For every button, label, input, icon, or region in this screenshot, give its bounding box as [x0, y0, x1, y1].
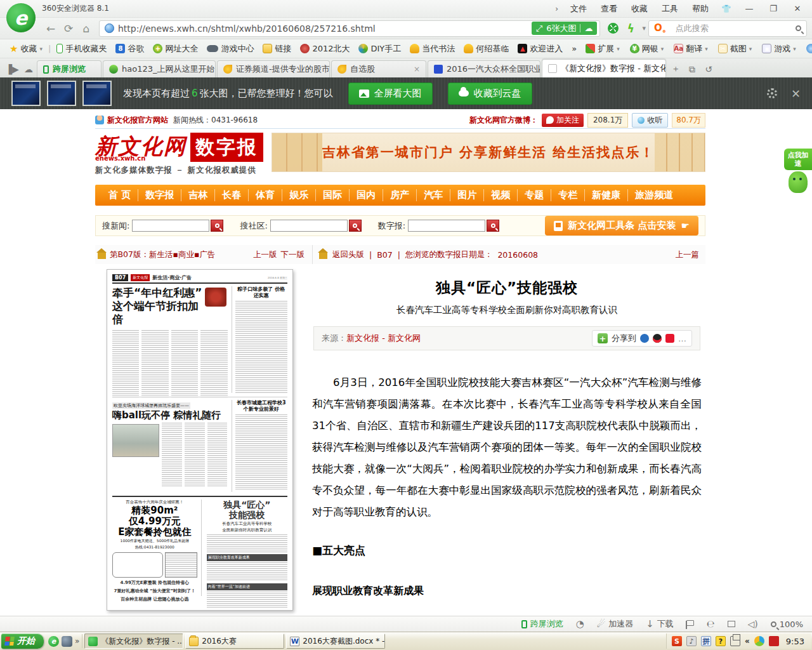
browser-quicklaunch-icon[interactable]: e — [48, 636, 59, 647]
site-logo[interactable]: 新文化网 enews.xwh.cn 数字报 新文化多媒体数字报 － 新文化报权威… — [95, 133, 265, 176]
ie-mode-icon[interactable]: ℮ — [707, 618, 715, 630]
360-wheel-icon[interactable] — [604, 20, 622, 37]
speed-boost-bubble[interactable]: 点我加速 — [784, 149, 812, 170]
back-to-front-link[interactable]: 返回头版 — [332, 249, 364, 260]
tab-close-icon[interactable]: × — [414, 65, 420, 74]
search-icon[interactable] — [796, 25, 801, 31]
nav-auto[interactable]: 汽车 — [417, 189, 450, 201]
url-field[interactable]: http://enews.xwh.cn/shtml/xwhb/20160608/… — [99, 20, 600, 37]
big-images-badge[interactable]: ⤢ 6张大图 ☁ — [532, 22, 598, 35]
search-input[interactable]: O。 点此搜索 — [648, 20, 807, 37]
favorites-menu[interactable]: ★收藏▾ — [5, 43, 47, 55]
bookmark-mobile[interactable]: 手机收藏夹 — [52, 43, 111, 55]
share-plus-icon[interactable]: + — [598, 333, 608, 343]
search-bbs-input[interactable] — [270, 220, 348, 232]
nav-home[interactable]: 首 页 — [102, 189, 138, 201]
nav-topics[interactable]: 专题 — [518, 189, 551, 201]
speed-test-icon[interactable]: ◔ — [576, 618, 584, 630]
menu-file[interactable]: 文件 — [565, 1, 593, 17]
speaker-icon[interactable]: ◁) — [748, 619, 758, 629]
nav-jilin[interactable]: 吉林 — [181, 189, 215, 201]
page-number[interactable]: B07 — [377, 250, 392, 260]
nav-digital-paper[interactable]: 数字报 — [138, 189, 181, 201]
tray-collapse-icon[interactable]: « — [745, 637, 750, 646]
mascot-icon[interactable] — [789, 171, 808, 193]
speed-boost-widget[interactable]: 点我加速 — [784, 149, 812, 193]
back-icon[interactable]: ← — [42, 20, 60, 37]
refresh-icon[interactable]: ⟳ — [60, 20, 77, 37]
bookmark-diy[interactable]: DIY手工 — [354, 43, 405, 55]
photo-thumbnail-1[interactable] — [11, 81, 41, 106]
task-browser-window[interactable]: 《新文化报》数字报 - ... — [84, 633, 183, 649]
weibo-share-icon[interactable] — [665, 334, 674, 343]
bookmarks-overflow[interactable]: » — [567, 44, 581, 53]
tab-hao123[interactable]: hao123_上网从这里开始× — [103, 60, 216, 77]
chevron-down-icon[interactable]: ▾ — [639, 24, 648, 32]
nav-realestate[interactable]: 房产 — [383, 189, 417, 201]
toolbar-login-manager[interactable]: 登录管家 — [802, 43, 812, 55]
settings-gear-icon[interactable] — [767, 88, 777, 98]
bookmark-google[interactable]: 8谷歌 — [111, 43, 148, 55]
site-official-label[interactable]: 新文化报官方网站 — [107, 115, 168, 126]
restore-tabs-icon[interactable]: ⧉ — [684, 61, 700, 77]
toolbar-translate[interactable]: Aa翻译▾ — [669, 43, 712, 55]
photo-thumbnail-3[interactable] — [82, 81, 112, 106]
nav-international[interactable]: 国际 — [316, 189, 350, 201]
photo-thumbnail-2[interactable] — [47, 81, 76, 106]
next-page-link[interactable]: 下一版 — [281, 249, 313, 260]
banner-ad[interactable]: 吉林省第一城市门户 分享新鲜生活 给生活找点乐！ — [272, 133, 705, 172]
new-tab-button[interactable]: ＋ — [667, 61, 684, 77]
close-photobar-icon[interactable]: ✕ — [791, 87, 801, 100]
view-fullscreen-images-button[interactable]: 全屏看大图 — [348, 83, 433, 105]
undo-close-icon[interactable]: ↺ — [700, 61, 717, 77]
prev-article-link[interactable]: 上一篇 — [676, 249, 706, 260]
breadcrumb[interactable]: 第B07版：新生活▪商业▪广告 — [110, 249, 215, 260]
share-more-icon[interactable]: … — [678, 334, 686, 343]
menu-tools[interactable]: 工具 — [656, 1, 684, 17]
task-folder-window[interactable]: 2016大赛 — [185, 633, 284, 649]
bookmark-heshaoji[interactable]: 何绍基临 — [459, 43, 513, 55]
nav-travel[interactable]: 旅游频道 — [628, 189, 680, 201]
zoom-control[interactable]: 100% — [771, 620, 803, 629]
skin-icon[interactable]: 👕 — [717, 4, 736, 13]
tab-baidu-result[interactable]: 2016一汽大众杯全国职业院校× — [428, 60, 540, 77]
qq-share-icon[interactable] — [653, 334, 662, 343]
bookmark-games[interactable]: 游戏中心 — [202, 43, 258, 55]
close-button[interactable]: ✕ — [787, 2, 808, 16]
menu-view[interactable]: 查看 — [595, 1, 623, 17]
download-button[interactable]: ↓下载 — [646, 618, 674, 630]
nav-domestic[interactable]: 国内 — [350, 189, 383, 201]
newspaper-page-image[interactable]: B07 新文化报 新生活·商业·广告 2016.6.8 星期三 牵手“年中红利惠… — [107, 269, 293, 611]
nav-health[interactable]: 新健康 — [585, 189, 628, 201]
tencent-listen-button[interactable]: 收听 — [632, 113, 668, 128]
share-widget[interactable]: + 分享到 … — [592, 330, 692, 347]
save-to-cloud-button[interactable]: 收藏到云盘 — [448, 83, 532, 105]
nav-pictures[interactable]: 图片 — [450, 189, 484, 201]
search-news-input[interactable] — [132, 220, 209, 232]
maximize-button[interactable]: ❐ — [763, 2, 784, 16]
input-method-tray-icon[interactable]: 拼 — [701, 636, 711, 646]
minimize-button[interactable]: — — [738, 2, 760, 16]
bookmark-links[interactable]: 链接 — [258, 43, 296, 55]
cross-screen-button[interactable]: 跨屏浏览 — [521, 618, 563, 630]
nav-columns[interactable]: 专栏 — [551, 189, 585, 201]
toolbar-games[interactable]: ▣游戏▾ — [757, 43, 801, 55]
tab-list-icon[interactable]: ▐▶ — [4, 61, 20, 77]
home-icon[interactable]: ⌂ — [77, 20, 95, 37]
menu-help[interactable]: 帮助 — [686, 1, 714, 17]
bookmark-calligraphy[interactable]: 当代书法 — [405, 43, 459, 55]
app-quicklaunch-icon[interactable] — [62, 636, 72, 647]
sogou-tray-icon[interactable]: S — [672, 636, 682, 646]
nav-changchun[interactable]: 长春 — [215, 189, 249, 201]
nav-sports[interactable]: 体育 — [249, 189, 282, 201]
toolbar-screenshot[interactable]: ✂截图▾ — [714, 43, 757, 55]
search-bbs-button[interactable] — [349, 220, 362, 232]
help-tray-icon[interactable]: ? — [716, 636, 726, 646]
drive-tray-icon[interactable] — [754, 636, 764, 646]
tab-active-xwh[interactable]: 《新文化报》数字报 - 新文化× — [542, 59, 666, 77]
prev-page-link[interactable]: 上一版 — [253, 249, 277, 260]
toolbar-install-button[interactable]: 新文化网工具条 点击安装☛ — [545, 216, 698, 235]
source-value[interactable]: 新文化报 - 新文化网 — [346, 333, 421, 344]
tab-watchlist[interactable]: 自选股× — [331, 60, 426, 77]
browser-360-logo[interactable]: e — [6, 3, 36, 32]
